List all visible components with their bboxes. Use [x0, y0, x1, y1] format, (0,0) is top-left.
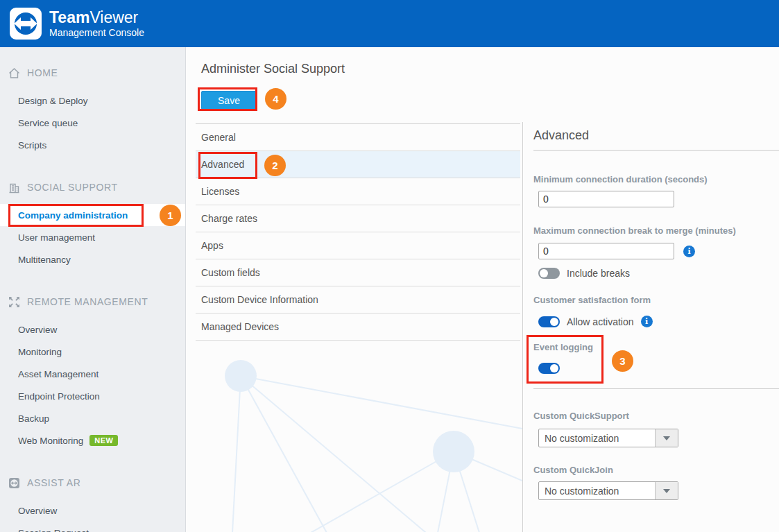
tab-apps[interactable]: Apps: [196, 232, 520, 259]
quickjoin-dropdown[interactable]: No customization: [538, 481, 678, 500]
sidebar-section-home: HOME Design & Deploy Service queue Scrip…: [0, 62, 185, 156]
sidebar-item-web-monitoring[interactable]: Web Monitoring NEW: [0, 429, 185, 452]
main-content: Administer Social Support Save General A…: [187, 47, 779, 532]
toggle-knob: [550, 318, 558, 326]
sidebar-item-endpoint-protection[interactable]: Endpoint Protection: [0, 385, 185, 407]
save-button[interactable]: Save: [201, 91, 257, 110]
brand-text: TeamViewer Management Console: [49, 9, 144, 38]
teamviewer-logo-icon: [10, 8, 42, 40]
custom-quicksupport-label: Custom QuickSupport: [533, 411, 629, 421]
brand-subtitle: Management Console: [49, 27, 144, 38]
new-badge: NEW: [89, 435, 118, 446]
tab-charge-rates[interactable]: Charge rates: [196, 205, 520, 232]
sidebar-section-assist-ar: ASSIST AR Overview Session Request: [0, 472, 185, 532]
custom-quickjoin-label: Custom QuickJoin: [533, 465, 613, 475]
sidebar-header-social-support: SOCIAL SUPPORT: [0, 176, 185, 198]
dropdown-button[interactable]: [655, 482, 678, 499]
panel-divider: [522, 122, 523, 532]
divider: [533, 388, 779, 389]
include-breaks-label: Include breaks: [567, 268, 630, 279]
dropdown-button[interactable]: [655, 429, 678, 447]
allow-activation-row: Allow activation i: [538, 316, 653, 327]
allow-activation-toggle[interactable]: [538, 316, 560, 327]
page-title: Administer Social Support: [201, 62, 345, 76]
customer-satisfaction-label: Customer satisfaction form: [533, 295, 651, 305]
allow-activation-label: Allow activation: [567, 316, 634, 327]
sidebar: HOME Design & Deploy Service queue Scrip…: [0, 47, 186, 532]
min-duration-label: Minimum connection duration (seconds): [533, 174, 708, 185]
sidebar-item-user-management[interactable]: User management: [0, 226, 185, 248]
chevron-down-icon: [663, 436, 670, 440]
home-icon: [8, 67, 20, 79]
event-logging-toggle[interactable]: [538, 363, 560, 374]
tab-licenses[interactable]: Licenses: [196, 178, 520, 205]
sidebar-item-asset-management[interactable]: Asset Management: [0, 363, 185, 385]
min-duration-input[interactable]: [538, 191, 674, 207]
sidebar-section-remote-management: REMOTE MANAGEMENT Overview Monitoring As…: [0, 291, 185, 452]
sidebar-item-backup[interactable]: Backup: [0, 407, 185, 429]
app-header: TeamViewer Management Console: [0, 0, 779, 47]
max-break-input[interactable]: [538, 243, 674, 259]
assist-ar-icon: [8, 477, 20, 489]
tab-custom-device-information[interactable]: Custom Device Information: [196, 286, 520, 314]
sidebar-item-ar-overview[interactable]: Overview: [0, 499, 185, 522]
chevron-down-icon: [663, 489, 670, 493]
panel-title: Advanced: [533, 128, 589, 143]
tab-advanced[interactable]: Advanced: [196, 151, 520, 178]
info-icon[interactable]: i: [641, 316, 653, 327]
divider: [533, 150, 779, 151]
sidebar-header-remote-management: REMOTE MANAGEMENT: [0, 291, 185, 313]
sidebar-section-social-support: SOCIAL SUPPORT Company administration Us…: [0, 176, 185, 271]
sidebar-item-service-queue[interactable]: Service queue: [0, 112, 185, 134]
building-icon: [8, 182, 20, 194]
tab-managed-devices[interactable]: Managed Devices: [196, 314, 520, 341]
event-logging-label: Event logging: [533, 342, 593, 352]
info-icon[interactable]: i: [683, 246, 695, 257]
include-breaks-row: Include breaks: [538, 268, 630, 279]
max-break-label: Maximum connection break to merge (minut…: [533, 225, 736, 236]
sidebar-item-company-administration[interactable]: Company administration: [0, 204, 185, 226]
tab-custom-fields[interactable]: Custom fields: [196, 259, 520, 286]
sidebar-item-multitenancy[interactable]: Multitenancy: [0, 248, 185, 271]
sidebar-item-session-request[interactable]: Session Request: [0, 522, 185, 532]
sidebar-item-monitoring[interactable]: Monitoring: [0, 341, 185, 363]
brand-title: TeamViewer: [49, 9, 144, 26]
expand-arrows-icon: [8, 296, 20, 308]
quicksupport-selected-value: No customization: [539, 429, 655, 447]
include-breaks-toggle[interactable]: [538, 268, 560, 279]
sidebar-header-home: HOME: [0, 62, 185, 84]
sidebar-header-assist-ar: ASSIST AR: [0, 472, 185, 494]
tab-general[interactable]: General: [196, 124, 520, 151]
quickjoin-selected-value: No customization: [539, 482, 655, 499]
network-watermark: [187, 325, 522, 532]
sidebar-item-design-deploy[interactable]: Design & Deploy: [0, 89, 185, 112]
sidebar-item-rm-overview[interactable]: Overview: [0, 318, 185, 341]
advanced-panel: Advanced Minimum connection duration (se…: [533, 47, 779, 532]
toggle-knob: [540, 269, 548, 277]
settings-tab-list: General Advanced Licenses Charge rates A…: [196, 123, 520, 341]
toggle-knob: [550, 364, 558, 372]
sidebar-item-scripts[interactable]: Scripts: [0, 134, 185, 156]
quicksupport-dropdown[interactable]: No customization: [538, 429, 678, 447]
